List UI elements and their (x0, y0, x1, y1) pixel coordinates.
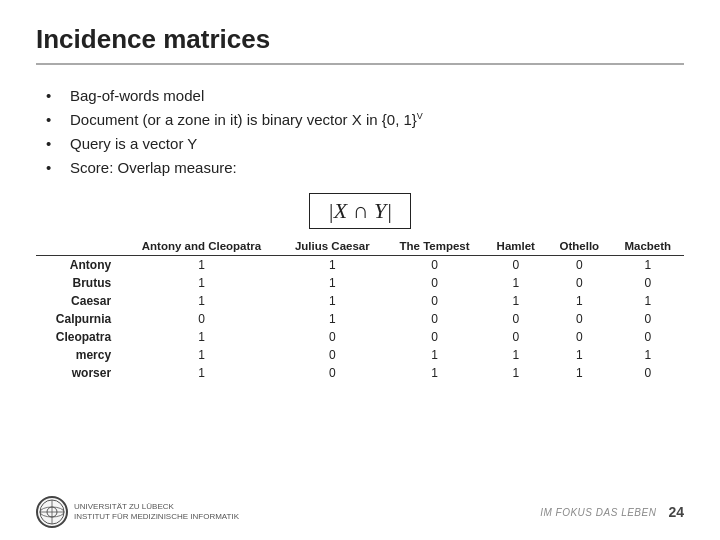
table-row: worser101110 (36, 364, 684, 382)
formula-area: |X ∩ Y| (36, 193, 684, 229)
cell-term: Cleopatra (36, 328, 123, 346)
table-row: Caesar110111 (36, 292, 684, 310)
cell-value: 0 (280, 364, 385, 382)
table-body: Antony110001Brutus110100Caesar110111Calp… (36, 256, 684, 383)
cell-value: 1 (612, 346, 685, 364)
table-row: Antony110001 (36, 256, 684, 275)
cell-value: 0 (385, 256, 485, 275)
table-header-row: Antony and Cleopatra Julius Caesar The T… (36, 237, 684, 256)
cell-value: 1 (484, 292, 547, 310)
bullet-text-1: Bag-of-words model (70, 87, 204, 104)
matrix-container: Antony and Cleopatra Julius Caesar The T… (36, 237, 684, 382)
cell-value: 0 (612, 310, 685, 328)
cell-value: 0 (280, 346, 385, 364)
cell-value: 0 (385, 310, 485, 328)
cell-value: 0 (484, 328, 547, 346)
cell-value: 1 (547, 364, 611, 382)
cell-value: 0 (280, 328, 385, 346)
bullet-text-3: Query is a vector Y (70, 135, 197, 152)
bullet-2: • Document (or a zone in it) is binary v… (46, 111, 684, 128)
cell-value: 1 (280, 292, 385, 310)
page-number: 24 (668, 504, 684, 520)
footer-motto: IM FOKUS DAS LEBEN (540, 507, 656, 518)
footer-right: IM FOKUS DAS LEBEN 24 (540, 504, 684, 520)
cell-value: 1 (484, 346, 547, 364)
cell-value: 1 (123, 364, 280, 382)
cell-value: 0 (547, 256, 611, 275)
col-header-term (36, 237, 123, 256)
formula-display: |X ∩ Y| (309, 193, 412, 229)
bullet-text-4: Score: Overlap measure: (70, 159, 237, 176)
bullet-3: • Query is a vector Y (46, 135, 684, 152)
cell-term: worser (36, 364, 123, 382)
cell-value: 1 (123, 292, 280, 310)
col-header-the-tempest: The Tempest (385, 237, 485, 256)
cell-value: 1 (123, 328, 280, 346)
cell-value: 1 (123, 256, 280, 275)
university-name-line2: INSTITUT FÜR MEDIZINISCHE INFORMATIK (74, 512, 239, 522)
bullet-text-2: Document (or a zone in it) is binary vec… (70, 111, 423, 128)
cell-value: 0 (385, 328, 485, 346)
bullet-dot-3: • (46, 135, 64, 152)
university-name: UNIVERSITÄT ZU LÜBECK INSTITUT FÜR MEDIZ… (74, 502, 239, 523)
bullet-dot-4: • (46, 159, 64, 176)
cell-value: 1 (123, 274, 280, 292)
incidence-matrix-table: Antony and Cleopatra Julius Caesar The T… (36, 237, 684, 382)
cell-value: 0 (484, 256, 547, 275)
col-header-macbeth: Macbeth (612, 237, 685, 256)
cell-value: 1 (280, 310, 385, 328)
bullet-dot-2: • (46, 111, 64, 128)
cell-value: 0 (385, 292, 485, 310)
cell-term: Caesar (36, 292, 123, 310)
table-row: Calpurnia010000 (36, 310, 684, 328)
cell-value: 1 (123, 346, 280, 364)
cell-term: Brutus (36, 274, 123, 292)
table-row: Cleopatra100000 (36, 328, 684, 346)
bullet-dot-1: • (46, 87, 64, 104)
cell-value: 1 (612, 256, 685, 275)
university-logo (36, 496, 68, 528)
cell-value: 0 (484, 310, 547, 328)
cell-value: 1 (385, 346, 485, 364)
table-row: mercy101111 (36, 346, 684, 364)
cell-value: 1 (280, 274, 385, 292)
cell-value: 0 (547, 310, 611, 328)
footer-logo-area: UNIVERSITÄT ZU LÜBECK INSTITUT FÜR MEDIZ… (36, 496, 239, 528)
cell-value: 0 (385, 274, 485, 292)
bullet-4: • Score: Overlap measure: (46, 159, 684, 176)
cell-value: 0 (123, 310, 280, 328)
cell-value: 0 (612, 274, 685, 292)
cell-value: 0 (612, 364, 685, 382)
slide-title: Incidence matrices (36, 24, 684, 65)
slide: Incidence matrices • Bag-of-words model … (0, 0, 720, 540)
col-header-antony-cleopatra: Antony and Cleopatra (123, 237, 280, 256)
bullet-1: • Bag-of-words model (46, 87, 684, 104)
table-row: Brutus110100 (36, 274, 684, 292)
col-header-julius-caesar: Julius Caesar (280, 237, 385, 256)
university-name-line1: UNIVERSITÄT ZU LÜBECK (74, 502, 239, 512)
cell-value: 1 (547, 346, 611, 364)
cell-value: 0 (612, 328, 685, 346)
cell-value: 0 (547, 274, 611, 292)
cell-term: mercy (36, 346, 123, 364)
cell-term: Calpurnia (36, 310, 123, 328)
cell-value: 0 (547, 328, 611, 346)
col-header-hamlet: Hamlet (484, 237, 547, 256)
cell-value: 1 (612, 292, 685, 310)
cell-value: 1 (280, 256, 385, 275)
superscript-v: V (417, 111, 423, 121)
cell-term: Antony (36, 256, 123, 275)
footer: UNIVERSITÄT ZU LÜBECK INSTITUT FÜR MEDIZ… (0, 496, 720, 528)
cell-value: 1 (547, 292, 611, 310)
cell-value: 1 (385, 364, 485, 382)
cell-value: 1 (484, 364, 547, 382)
col-header-othello: Othello (547, 237, 611, 256)
cell-value: 1 (484, 274, 547, 292)
bullet-list: • Bag-of-words model • Document (or a zo… (46, 87, 684, 183)
logo-svg (38, 498, 66, 526)
